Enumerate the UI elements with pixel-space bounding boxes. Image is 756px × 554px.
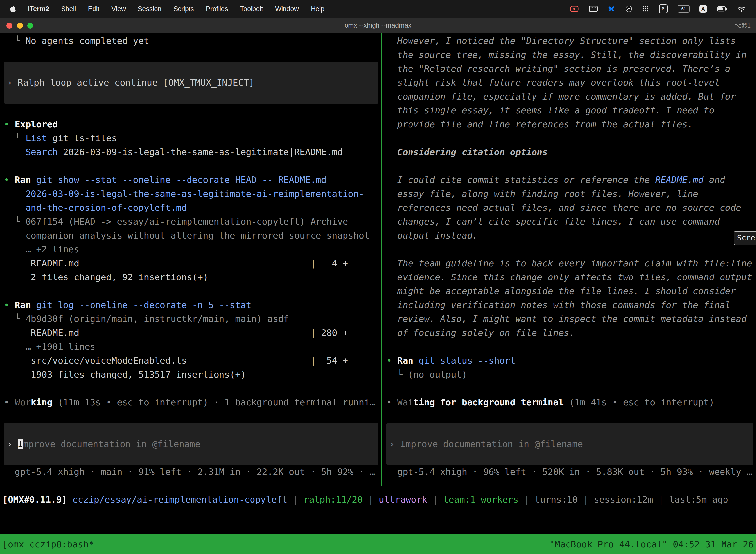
stats-61-icon[interactable]: 61 [678,5,690,13]
prompt-placeholder: mprove documentation in @filename [23,439,200,449]
dots-grid-icon[interactable] [642,6,649,12]
reasoning-line: However, I noticed the "Directory Struct… [382,34,756,48]
tool-call-search-line: Search 2026-03-09-is-legal-the-same-as-l… [0,145,381,159]
explored-label: Explored [15,119,58,129]
reasoning-line: output instead. [382,229,756,242]
ran-git-status-line: • Ran git status --short [382,354,756,368]
tree-connector: └ [4,36,25,46]
session-status-text: gpt-5.4 xhigh · main · 91% left · 2.31M … [4,466,375,477]
window-title-bar[interactable]: omx --xhigh --madmax ⌥⌘1 [0,18,756,33]
left-terminal-pane[interactable]: └ No agents completed yet › Ralph loop a… [0,33,381,486]
tool-call-list-line: └ List git ls-files [0,131,381,145]
reasoning-text: the source tree, missing the essay. Stil… [386,50,747,60]
menu-item-window[interactable]: Window [275,5,299,13]
keyboard-icon[interactable] [589,6,598,12]
command-output-line: └ 4b9d30f (origin/main, instructkr/main,… [0,312,381,326]
reasoning-line: changes, I can’t cite specific file line… [382,215,756,229]
reasoning-text: provide file and line references from th… [386,119,693,129]
reasoning-line: of focusing solely on file lines. [382,326,756,340]
assistant-app-icon[interactable] [625,5,632,13]
menu-item-help[interactable]: Help [311,5,325,13]
input-source-a-label: A [701,5,705,13]
input-source-a-icon[interactable]: A [699,5,707,13]
omx-team: team:1 workers [443,494,518,505]
agents-status-text: No agents completed yet [25,36,149,46]
command-output-line: └ (no output) [382,368,756,382]
key-8-icon[interactable]: 8 [659,4,668,13]
tmux-status-bar: [omx-cczip0:bash*"MacBook-Pro-44.local" … [0,534,756,554]
reasoning-text: changes, I can’t cite specific file line… [386,216,720,227]
reasoning-text: references need actual files, and since … [386,203,741,213]
menu-bar-status-icons: 8 61 A [570,4,746,13]
file-reference-link[interactable]: README.md [655,175,704,185]
prompt-placeholder: Improve documentation in @filename [400,439,583,449]
command-arg: 2026-03-09-is-legal-the-same-as-legitima… [4,189,364,199]
menu-item-profiles[interactable]: Profiles [206,5,228,13]
wifi-icon[interactable] [737,5,746,12]
reasoning-text: However, I noticed the "Directory Struct… [386,36,736,46]
explored-header-line: • Explored [0,117,381,131]
ran-label: Ran [15,175,31,185]
tmux-session-window[interactable]: [omx-cczip0:bash* [2,539,94,549]
indent [4,147,25,157]
reasoning-line: might be acceptable alongside the file l… [382,284,756,298]
overlay-text: Scre [737,233,755,242]
reasoning-text: companion file, especially if more comme… [386,91,736,102]
command-output-line: └ 067f154 (HEAD -> essay/ai-reimplementa… [0,215,381,229]
commit-summary: companion analysis without altering the … [4,230,370,240]
prompt-input-right[interactable]: › Improve documentation in @filename [386,423,753,465]
menu-item-toolbelt[interactable]: Toolbelt [240,5,263,13]
menu-app-name[interactable]: iTerm2 [28,5,49,13]
reasoning-text: essay file, along with finding root file… [386,189,698,199]
prompt-input-left[interactable]: › Improve documentation in @filename [4,423,378,465]
command-text: git log --oneline --decorate -n 5 --stat [31,300,251,310]
battery-icon[interactable] [717,6,727,12]
menu-item-scripts[interactable]: Scripts [173,5,194,13]
command-output-line: companion analysis without altering the … [0,229,381,242]
working-shimmer-bright: king [31,397,52,407]
reasoning-heading-text: Considering citation options [386,147,548,157]
reasoning-text: of focusing solely on file lines. [386,328,575,338]
separator: | [578,494,594,505]
menu-left: iTerm2 Shell Edit View Session Scripts P… [10,5,324,13]
truncation-note: … +1901 lines [4,341,95,352]
session-status-line: gpt-5.4 xhigh · main · 91% left · 2.31M … [0,465,381,479]
prompt-chevron: › [7,77,18,88]
commit-summary: └ 067f154 (HEAD -> essay/ai-reimplementa… [4,216,348,227]
working-detail: (11m 13s • esc to interrupt) · 1 backgro… [52,397,375,407]
diffstat-line: src/voice/voiceModeEnabled.ts | 54 + [0,354,381,368]
command-arg-line: and-the-erosion-of-copyleft.md [0,201,381,215]
text-cursor: I [18,439,23,449]
menu-item-session[interactable]: Session [138,5,162,13]
apple-logo-icon[interactable] [10,5,16,12]
ralph-inject-text: Ralph loop active continue [OMX_TMUX_INJ… [18,77,254,88]
reasoning-line: the "Related research writing" section i… [382,62,756,76]
reasoning-text: The team guideline is to back every impo… [386,258,752,268]
right-terminal-pane[interactable]: However, I noticed the "Directory Struct… [382,33,756,486]
reasoning-line: The team guideline is to back every impo… [382,257,756,270]
omx-status-bar: [OMX#0.11.9] cczip/essay/ai-reimplementa… [0,493,756,507]
reasoning-line: evidence. Since this change only affects… [382,270,756,284]
diffstat-line: 1903 files changed, 513517 insertions(+) [0,368,381,382]
reasoning-line: references need actual files, and since … [382,201,756,215]
bluesky-icon[interactable] [608,6,615,12]
key-8-label: 8 [662,6,665,12]
close-button[interactable] [6,22,12,29]
reasoning-text: might be acceptable alongside the file l… [386,286,736,296]
omx-ralph-counter: ralph:11/20 [304,494,363,505]
tmux-host-clock: "MacBook-Pro-44.local" 04:52 31-Mar-26 [549,539,754,549]
reasoning-heading: Considering citation options [382,145,756,159]
bullet-icon: • [386,355,397,366]
menu-item-view[interactable]: View [111,5,126,13]
desktop: iTerm2 Shell Edit View Session Scripts P… [0,0,756,554]
bullet-icon: • [4,300,15,310]
menu-item-shell[interactable]: Shell [61,5,76,13]
minimize-button[interactable] [17,22,23,29]
tool-args: 2026-03-09-is-legal-the-same-as-legitima… [58,147,343,157]
reasoning-text: evidence. Since this change only affects… [386,272,752,282]
reasoning-line: companion file, especially if more comme… [382,90,756,104]
screen-recording-icon[interactable] [570,5,579,12]
window-hotkey-label: ⌥⌘1 [735,22,751,29]
menu-item-edit[interactable]: Edit [88,5,100,13]
zoom-button[interactable] [27,22,33,29]
